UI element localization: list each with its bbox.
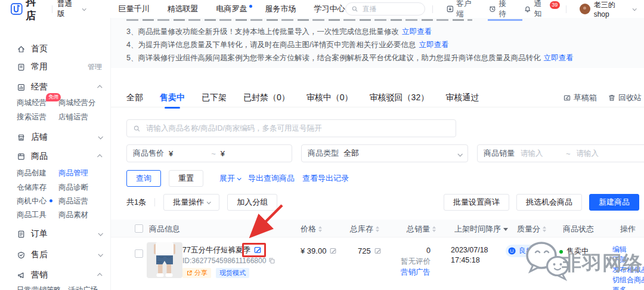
keyword-input[interactable]	[145, 124, 450, 133]
tab-selling[interactable]: 售卖中	[160, 92, 185, 103]
col-sales[interactable]: 总销量	[407, 224, 436, 235]
sidebar-item-daily-marketing[interactable]: 日常营销策略	[17, 285, 68, 290]
tab-approved[interactable]: 审核通过	[445, 92, 479, 103]
version-selector[interactable]: 普通版	[57, 0, 85, 19]
app-logo[interactable]: 抖店	[11, 0, 47, 23]
sidebar-section-operate[interactable]: 经营	[17, 81, 102, 93]
chevron-up-icon	[97, 154, 102, 159]
col-listing-time[interactable]: 上架时间降序	[454, 224, 508, 235]
sidebar-subrow: 日常营销策略 活动广场	[17, 285, 98, 290]
quality-score-badge[interactable]: 良好 100	[506, 245, 552, 257]
price-max-input[interactable]	[230, 149, 258, 158]
product-image[interactable]	[147, 242, 182, 278]
sidebar-item-mall-operate[interactable]: 商城经营免佣	[17, 98, 58, 109]
sidebar-section-shop[interactable]: 店铺	[17, 131, 102, 143]
recycle-bin-link[interactable]: 回收站	[608, 92, 642, 103]
sales-max-input[interactable]	[575, 149, 617, 158]
reception[interactable]: 接待	[488, 0, 513, 19]
sidebar-item-product-material[interactable]: 商品素材	[58, 210, 88, 221]
select-all-checkbox[interactable]	[135, 224, 143, 233]
keyword-search[interactable]	[126, 119, 456, 137]
edit-action[interactable]: 编辑	[612, 245, 644, 254]
sidebar-section-order[interactable]: 订单	[17, 228, 102, 240]
nav-luopan[interactable]: 电商罗盘	[216, 4, 247, 14]
sidebar-item-product-tools[interactable]: 商品工具	[17, 210, 58, 221]
sidebar-section-product[interactable]: 商品	[17, 150, 102, 162]
pick-opportunity-button[interactable]: 挑选机会商品	[516, 194, 582, 211]
download-icon	[446, 5, 454, 13]
sidebar-item-product-diagnose[interactable]: 商品诊断	[58, 183, 88, 193]
sidebar-item-product-create[interactable]: 商品创建	[17, 168, 58, 179]
sidebar-subrow: 商城经营免佣 商城经营分	[17, 98, 96, 109]
client-download[interactable]: 客户端	[446, 0, 478, 19]
publish-similar-action[interactable]: 发布相似品	[612, 266, 644, 274]
col-quality[interactable]: 质量分	[517, 224, 546, 235]
batch-detail-button[interactable]: 批量设置商详	[444, 194, 509, 211]
query-button[interactable]: 查询	[126, 170, 161, 187]
nav-learning-center[interactable]: 学习中心	[314, 4, 345, 14]
combine-product-action[interactable]: 切组合商品	[612, 276, 644, 285]
sidebar-item-product-operate[interactable]: 商品运营	[58, 196, 88, 207]
off-shelf-action[interactable]: 下架	[612, 255, 644, 264]
notification-badge: 39	[550, 1, 560, 9]
row-checkbox[interactable]	[135, 249, 143, 258]
tab-in-review[interactable]: 审核中（0）	[306, 92, 353, 103]
sidebar-subrow: 仓储库存 商品诊断	[17, 183, 88, 193]
tab-all[interactable]: 全部	[126, 92, 143, 103]
nav-qianchuan[interactable]: 巨量千川	[119, 4, 150, 14]
sidebar-item-mall-score[interactable]: 商城经营分	[58, 98, 96, 109]
col-stock[interactable]: 总库存	[350, 224, 379, 235]
list-toolbar: 共1条 批量操作 加入分组 批量设置商详 挑选机会商品 新建商品	[126, 194, 639, 211]
manage-link[interactable]: 管理	[88, 62, 102, 72]
notice-link[interactable]: 立即查看	[543, 53, 573, 63]
topbar-search-input[interactable]	[361, 4, 415, 14]
create-product-button[interactable]: 新建商品	[589, 194, 639, 211]
tab-off-shelf[interactable]: 已下架	[202, 92, 227, 103]
sidebar-item-warehouse[interactable]: 仓储库存	[17, 183, 58, 193]
sales-min-input[interactable]	[519, 149, 561, 158]
tab-rejected[interactable]: 审核驳回（32）	[370, 92, 429, 103]
sidebar-subrow: 搜索运营 店铺运营	[17, 112, 88, 123]
col-price[interactable]: 价格	[301, 224, 322, 235]
sidebar-item-home[interactable]: 首页	[17, 43, 102, 55]
sidebar-section-marketing[interactable]: 营销	[17, 269, 102, 281]
edit-price-icon[interactable]	[329, 247, 337, 255]
nav-jingxuan[interactable]: 精选联盟	[168, 4, 199, 14]
sidebar-item-activity-square[interactable]: 活动广场	[68, 285, 98, 290]
sidebar-item-product-manage[interactable]: 商品管理	[58, 168, 88, 179]
notice-link[interactable]: 立即查看	[419, 40, 448, 50]
export-link[interactable]: 导出查询商品	[248, 173, 295, 184]
price-min-input[interactable]	[178, 149, 206, 158]
notice-link[interactable]: 立即查看	[402, 27, 432, 37]
sidebar-section-aftersale[interactable]: 售后	[17, 249, 102, 261]
topbar-search[interactable]	[345, 2, 425, 16]
tab-banned[interactable]: 已封禁（0）	[243, 92, 290, 103]
notice-item: 5、商详装修行业组件高频问题案例为您带来全方位解读，结合案例解析及平台优化建议，…	[126, 53, 638, 63]
product-title[interactable]: 77五分牛仔短裤夏季	[182, 245, 250, 255]
expand-link[interactable]: 展开	[219, 173, 240, 184]
edit-title-icon[interactable]	[253, 246, 262, 254]
sidebar-item-store-operate[interactable]: 店铺运营	[58, 112, 88, 123]
reset-button[interactable]: 重置	[169, 170, 203, 187]
sort-icon[interactable]	[543, 226, 546, 232]
type-filter[interactable]: 商品类型 全部	[301, 144, 468, 162]
sidebar-item-common[interactable]: 常用 管理	[17, 61, 102, 73]
account-menu[interactable]: 老三的shop	[580, 0, 636, 18]
share-tag[interactable]: 分享	[182, 268, 211, 278]
copy-icon[interactable]	[268, 257, 275, 264]
edit-stock-icon[interactable]	[374, 247, 382, 255]
batch-operation-button[interactable]: 批量操作	[163, 194, 219, 211]
notice-panel: 3、商品批量修改功能全新升级！支持本地上传批量导入，一次性完成信息批量修改 立即…	[111, 18, 644, 68]
sort-icon[interactable]	[318, 226, 322, 232]
nav-service-market[interactable]: 服务市场	[265, 4, 296, 14]
notifications[interactable]: 通知 39	[524, 0, 561, 19]
add-to-group-button[interactable]: 加入分组	[227, 194, 277, 211]
draftbox-link[interactable]: 草稿箱	[563, 92, 597, 103]
sort-icon[interactable]	[432, 226, 436, 232]
more-action[interactable]: 更多	[612, 286, 644, 290]
sort-icon[interactable]	[376, 226, 379, 232]
sidebar-item-search-operate[interactable]: 搜索运营	[17, 112, 58, 123]
marketing-ad-link[interactable]: 营销广告	[401, 267, 431, 277]
sidebar-item-opportunity-center[interactable]: 商机中心	[17, 196, 58, 207]
export-history-link[interactable]: 查看导出记录	[302, 173, 349, 184]
